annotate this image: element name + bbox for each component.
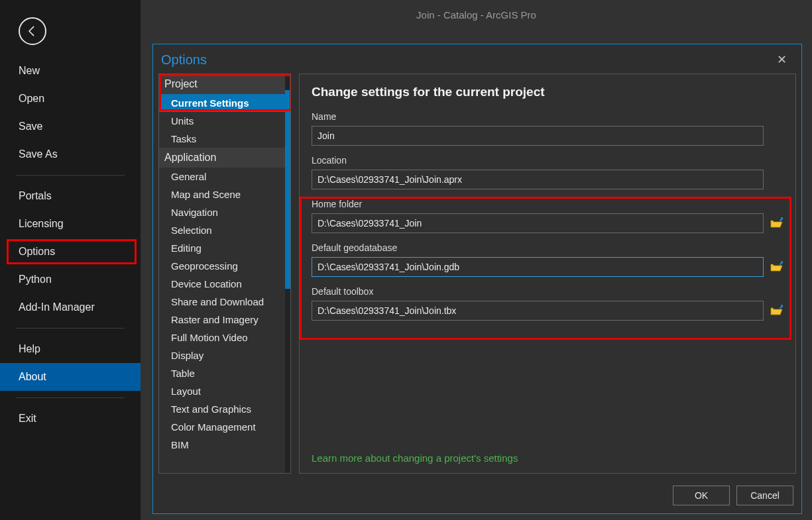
field-home-folder: Home folder [312, 199, 783, 233]
location-label: Location [312, 155, 783, 166]
field-location: Location [312, 155, 783, 189]
options-content-panel: Change settings for the current project … [299, 74, 796, 474]
backstage-item-open[interactable]: Open [0, 85, 141, 113]
name-label: Name [312, 111, 783, 122]
tree-item-raster-and-imagery[interactable]: Raster and Imagery [159, 311, 285, 329]
backstage-item-exit[interactable]: Exit [0, 405, 141, 433]
tree-item-text-and-graphics[interactable]: Text and Graphics [159, 400, 285, 418]
panel-heading: Change settings for the current project [312, 85, 783, 99]
sidebar-separator [16, 328, 125, 329]
field-geodatabase: Default geodatabase [312, 242, 783, 277]
tree-item-table[interactable]: Table [159, 364, 285, 382]
dialog-footer: OK Cancel [673, 486, 793, 505]
tree-item-device-location[interactable]: Device Location [159, 275, 285, 293]
dialog-header: Options ✕ [153, 44, 801, 72]
sidebar-separator [16, 175, 125, 176]
backstage-item-options[interactable]: Options [0, 238, 141, 266]
tree-item-color-management[interactable]: Color Management [159, 418, 285, 436]
tree-item-units[interactable]: Units [159, 112, 285, 130]
field-name: Name [312, 111, 783, 146]
toolbox-label: Default toolbox [312, 286, 783, 297]
backstage-item-help[interactable]: Help [0, 335, 141, 363]
close-button[interactable]: ✕ [773, 51, 791, 68]
backstage-sidebar: NewOpenSaveSave AsPortalsLicensingOption… [0, 0, 141, 520]
tree-item-bim[interactable]: BIM [159, 436, 285, 454]
backstage-item-about[interactable]: About [0, 363, 141, 391]
dialog-title: Options [161, 52, 207, 68]
dialog-body: ProjectCurrent SettingsUnitsTasksApplica… [158, 74, 796, 474]
field-toolbox: Default toolbox [312, 286, 783, 321]
browse-toolbox-button[interactable] [770, 305, 783, 317]
folder-open-icon [770, 261, 783, 273]
location-input[interactable] [312, 170, 764, 189]
tree-item-layout[interactable]: Layout [159, 382, 285, 400]
home-folder-label: Home folder [312, 199, 783, 209]
sidebar-separator [16, 397, 125, 398]
backstage-item-portals[interactable]: Portals [0, 182, 141, 210]
tree-category-project: Project [159, 74, 285, 94]
options-tree-inner: ProjectCurrent SettingsUnitsTasksApplica… [159, 74, 285, 473]
ok-button[interactable]: OK [673, 486, 730, 505]
geodatabase-label: Default geodatabase [312, 242, 783, 253]
backstage-item-save-as[interactable]: Save As [0, 140, 141, 168]
backstage-item-add-in-manager[interactable]: Add-In Manager [0, 293, 141, 321]
tree-item-current-settings[interactable]: Current Settings [159, 94, 285, 112]
back-button[interactable] [19, 17, 46, 45]
options-tree: ProjectCurrent SettingsUnitsTasksApplica… [158, 74, 291, 474]
tree-item-display[interactable]: Display [159, 346, 285, 364]
options-dialog: Options ✕ ProjectCurrent SettingsUnitsTa… [152, 44, 802, 514]
tree-item-general[interactable]: General [159, 168, 285, 185]
learn-more-link[interactable]: Learn more about changing a project's se… [312, 452, 518, 464]
backstage-item-python[interactable]: Python [0, 266, 141, 293]
tree-item-share-and-download[interactable]: Share and Download [159, 293, 285, 311]
tree-item-full-motion-video[interactable]: Full Motion Video [159, 329, 285, 346]
window-title: Join - Catalog - ArcGIS Pro [141, 0, 812, 40]
tree-item-editing[interactable]: Editing [159, 239, 285, 257]
home-folder-input[interactable] [312, 213, 764, 233]
close-icon: ✕ [777, 53, 787, 66]
backstage-item-save[interactable]: Save [0, 113, 141, 140]
tree-scroll-thumb[interactable] [285, 90, 290, 289]
tree-category-application: Application [159, 148, 285, 168]
backstage-item-new[interactable]: New [0, 57, 141, 85]
backstage-item-licensing[interactable]: Licensing [0, 210, 141, 238]
tree-scrollbar[interactable] [285, 74, 290, 473]
backstage-items: NewOpenSaveSave AsPortalsLicensingOption… [0, 57, 141, 433]
browse-geodatabase-button[interactable] [770, 261, 783, 273]
tree-item-tasks[interactable]: Tasks [159, 130, 285, 148]
cancel-button[interactable]: Cancel [736, 486, 793, 505]
folder-open-icon [770, 305, 783, 317]
geodatabase-input[interactable] [312, 257, 764, 277]
tree-item-map-and-scene[interactable]: Map and Scene [159, 185, 285, 203]
folder-open-icon [770, 217, 783, 229]
name-input[interactable] [312, 126, 764, 146]
toolbox-input[interactable] [312, 301, 764, 321]
tree-item-selection[interactable]: Selection [159, 221, 285, 239]
tree-item-geoprocessing[interactable]: Geoprocessing [159, 257, 285, 275]
arrow-left-icon [26, 25, 39, 38]
browse-home-button[interactable] [770, 217, 783, 229]
tree-item-navigation[interactable]: Navigation [159, 203, 285, 221]
